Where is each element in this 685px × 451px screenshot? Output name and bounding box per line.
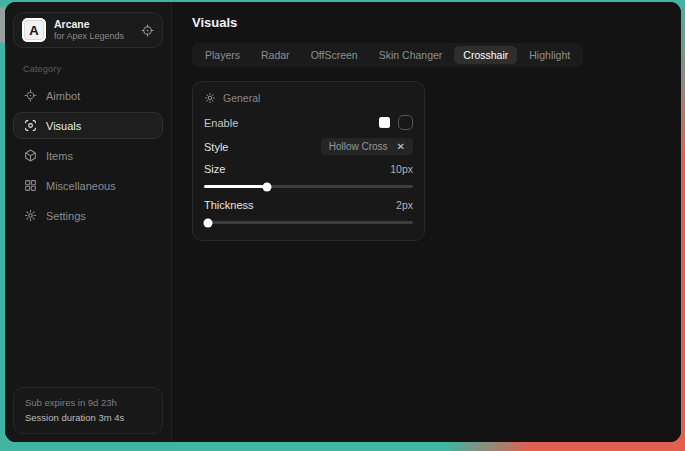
enable-controls: [379, 115, 413, 130]
settings-gear-icon: [24, 209, 37, 222]
thickness-label: Thickness: [204, 199, 254, 211]
general-brightness-icon: [204, 92, 216, 104]
tab-players[interactable]: Players: [196, 46, 249, 64]
style-label: Style: [204, 141, 228, 153]
general-panel: General Enable Style Hollow Cross ✕ Size…: [192, 81, 425, 241]
style-select-chip[interactable]: Hollow Cross ✕: [321, 138, 413, 155]
tab-highlight[interactable]: Highlight: [520, 46, 579, 64]
brand-subtitle: for Apex Legends: [54, 31, 133, 42]
sidebar-item-items[interactable]: Items: [13, 142, 163, 169]
thickness-slider-thumb[interactable]: [204, 218, 213, 227]
tab-crosshair[interactable]: Crosshair: [454, 46, 517, 64]
sidebar-item-aimbot[interactable]: Aimbot: [13, 82, 163, 109]
sidebar: A Arcane for Apex Legends Category Aimbo…: [5, 2, 172, 442]
size-slider-thumb[interactable]: [262, 182, 271, 191]
sidebar-item-label: Aimbot: [46, 90, 80, 102]
size-value: 10px: [390, 163, 413, 175]
subscription-info-card: Sub expires in 9d 23h Session duration 3…: [13, 387, 163, 434]
brand-card: A Arcane for Apex Legends: [13, 12, 163, 48]
enable-checkbox[interactable]: [398, 115, 413, 130]
sidebar-item-label: Items: [46, 150, 73, 162]
sidebar-item-label: Settings: [46, 210, 86, 222]
thickness-value: 2px: [396, 199, 413, 211]
thickness-row: Thickness 2px: [202, 191, 415, 211]
tab-skin-changer[interactable]: Skin Changer: [370, 46, 452, 64]
brand-title: Arcane: [54, 18, 133, 31]
sidebar-item-visuals[interactable]: Visuals: [13, 112, 163, 139]
arcane-logo: A: [22, 18, 46, 42]
visuals-scan-eye-icon: [24, 119, 37, 132]
misc-grid-icon: [24, 179, 37, 192]
enable-row: Enable: [202, 107, 415, 130]
sidebar-item-label: Visuals: [46, 120, 81, 132]
size-label: Size: [204, 163, 225, 175]
thickness-slider[interactable]: [204, 221, 413, 224]
category-label: Category: [23, 64, 163, 74]
tab-radar[interactable]: Radar: [252, 46, 299, 64]
panel-header: General: [202, 91, 415, 107]
size-slider-fill: [204, 185, 267, 188]
style-row: Style Hollow Cross ✕: [202, 130, 415, 155]
session-duration-text: Session duration 3m 4s: [25, 410, 151, 426]
items-package-icon: [24, 149, 37, 162]
sub-expires-text: Sub expires in 9d 23h: [25, 395, 151, 411]
tab-bar: PlayersRadarOffScreenSkin ChangerCrossha…: [192, 43, 583, 67]
panel-title: General: [223, 92, 260, 104]
sidebar-item-miscellaneous[interactable]: Miscellaneous: [13, 172, 163, 199]
arcane-app-window: A Arcane for Apex Legends Category Aimbo…: [5, 2, 681, 442]
tab-offscreen[interactable]: OffScreen: [302, 46, 367, 64]
main-content: Visuals PlayersRadarOffScreenSkin Change…: [172, 2, 681, 442]
target-icon[interactable]: [141, 24, 154, 37]
brand-text: Arcane for Apex Legends: [54, 18, 133, 42]
size-row: Size 10px: [202, 155, 415, 175]
color-swatch[interactable]: [379, 117, 390, 128]
enable-label: Enable: [204, 117, 238, 129]
sidebar-item-label: Miscellaneous: [46, 180, 116, 192]
page-title: Visuals: [192, 15, 661, 30]
sidebar-nav: AimbotVisualsItemsMiscellaneousSettings: [13, 82, 163, 229]
aimbot-crosshair-icon: [24, 89, 37, 102]
size-slider[interactable]: [204, 185, 413, 188]
style-value: Hollow Cross: [329, 141, 388, 152]
sidebar-item-settings[interactable]: Settings: [13, 202, 163, 229]
clear-style-icon[interactable]: ✕: [397, 142, 405, 152]
